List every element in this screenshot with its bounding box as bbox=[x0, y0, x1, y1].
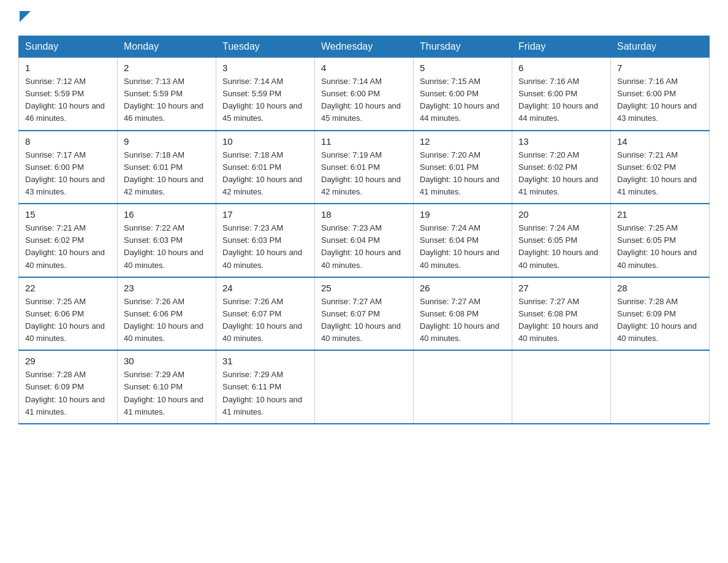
table-row bbox=[611, 350, 710, 424]
day-number: 8 bbox=[25, 136, 111, 147]
col-wednesday: Wednesday bbox=[315, 36, 414, 58]
day-info: Sunrise: 7:22 AMSunset: 6:03 PMDaylight:… bbox=[124, 222, 210, 272]
table-row: 7 Sunrise: 7:16 AMSunset: 6:00 PMDayligh… bbox=[611, 58, 710, 131]
col-friday: Friday bbox=[512, 36, 611, 58]
table-row: 25 Sunrise: 7:27 AMSunset: 6:07 PMDaylig… bbox=[315, 277, 414, 351]
day-number: 16 bbox=[124, 209, 210, 220]
day-info: Sunrise: 7:20 AMSunset: 6:02 PMDaylight:… bbox=[518, 149, 604, 199]
day-number: 4 bbox=[321, 63, 407, 73]
col-sunday: Sunday bbox=[19, 36, 118, 58]
page-header bbox=[18, 12, 710, 25]
day-info: Sunrise: 7:24 AMSunset: 6:04 PMDaylight:… bbox=[420, 222, 506, 272]
table-row: 1 Sunrise: 7:12 AMSunset: 5:59 PMDayligh… bbox=[19, 58, 118, 131]
calendar-table: Sunday Monday Tuesday Wednesday Thursday… bbox=[18, 36, 710, 424]
table-row: 29 Sunrise: 7:28 AMSunset: 6:09 PMDaylig… bbox=[19, 350, 118, 424]
day-number: 24 bbox=[222, 283, 308, 293]
day-info: Sunrise: 7:28 AMSunset: 6:09 PMDaylight:… bbox=[617, 296, 703, 345]
day-number: 9 bbox=[124, 136, 210, 147]
day-number: 20 bbox=[518, 209, 604, 220]
day-number: 15 bbox=[25, 209, 111, 220]
day-number: 22 bbox=[25, 283, 111, 293]
day-info: Sunrise: 7:26 AMSunset: 6:06 PMDaylight:… bbox=[124, 296, 210, 345]
table-row: 19 Sunrise: 7:24 AMSunset: 6:04 PMDaylig… bbox=[414, 204, 512, 277]
calendar-week-row: 22 Sunrise: 7:25 AMSunset: 6:06 PMDaylig… bbox=[19, 277, 710, 351]
day-number: 31 bbox=[222, 356, 308, 366]
day-number: 26 bbox=[420, 283, 506, 293]
table-row: 11 Sunrise: 7:19 AMSunset: 6:01 PMDaylig… bbox=[315, 131, 414, 204]
col-saturday: Saturday bbox=[611, 36, 710, 58]
table-row: 3 Sunrise: 7:14 AMSunset: 5:59 PMDayligh… bbox=[216, 58, 315, 131]
day-number: 14 bbox=[617, 136, 703, 147]
day-info: Sunrise: 7:13 AMSunset: 5:59 PMDaylight:… bbox=[124, 75, 210, 125]
svg-marker-0 bbox=[20, 11, 31, 22]
table-row bbox=[315, 350, 414, 424]
calendar-header-row: Sunday Monday Tuesday Wednesday Thursday… bbox=[19, 36, 710, 58]
day-info: Sunrise: 7:29 AMSunset: 6:11 PMDaylight:… bbox=[222, 369, 308, 418]
day-number: 10 bbox=[222, 136, 308, 147]
logo-triangle-icon bbox=[20, 11, 33, 25]
table-row: 20 Sunrise: 7:24 AMSunset: 6:05 PMDaylig… bbox=[512, 204, 611, 277]
table-row: 2 Sunrise: 7:13 AMSunset: 5:59 PMDayligh… bbox=[118, 58, 216, 131]
table-row: 23 Sunrise: 7:26 AMSunset: 6:06 PMDaylig… bbox=[118, 277, 216, 351]
day-number: 7 bbox=[617, 63, 703, 73]
table-row: 30 Sunrise: 7:29 AMSunset: 6:10 PMDaylig… bbox=[118, 350, 216, 424]
day-number: 5 bbox=[420, 63, 506, 73]
calendar-week-row: 1 Sunrise: 7:12 AMSunset: 5:59 PMDayligh… bbox=[19, 58, 710, 131]
day-number: 25 bbox=[321, 283, 407, 293]
day-info: Sunrise: 7:12 AMSunset: 5:59 PMDaylight:… bbox=[25, 75, 111, 125]
day-info: Sunrise: 7:17 AMSunset: 6:00 PMDaylight:… bbox=[25, 149, 111, 199]
table-row: 12 Sunrise: 7:20 AMSunset: 6:01 PMDaylig… bbox=[414, 131, 512, 204]
day-number: 29 bbox=[25, 356, 111, 366]
col-monday: Monday bbox=[118, 36, 216, 58]
table-row: 31 Sunrise: 7:29 AMSunset: 6:11 PMDaylig… bbox=[216, 350, 315, 424]
day-info: Sunrise: 7:27 AMSunset: 6:08 PMDaylight:… bbox=[518, 296, 604, 345]
day-info: Sunrise: 7:25 AMSunset: 6:06 PMDaylight:… bbox=[25, 296, 111, 345]
table-row: 22 Sunrise: 7:25 AMSunset: 6:06 PMDaylig… bbox=[19, 277, 118, 351]
day-info: Sunrise: 7:18 AMSunset: 6:01 PMDaylight:… bbox=[222, 149, 308, 199]
day-number: 19 bbox=[420, 209, 506, 220]
day-info: Sunrise: 7:29 AMSunset: 6:10 PMDaylight:… bbox=[124, 369, 210, 418]
table-row: 10 Sunrise: 7:18 AMSunset: 6:01 PMDaylig… bbox=[216, 131, 315, 204]
day-info: Sunrise: 7:20 AMSunset: 6:01 PMDaylight:… bbox=[420, 149, 506, 199]
day-info: Sunrise: 7:27 AMSunset: 6:07 PMDaylight:… bbox=[321, 296, 407, 345]
table-row: 28 Sunrise: 7:28 AMSunset: 6:09 PMDaylig… bbox=[611, 277, 710, 351]
day-number: 6 bbox=[518, 63, 604, 73]
calendar-week-row: 15 Sunrise: 7:21 AMSunset: 6:02 PMDaylig… bbox=[19, 204, 710, 277]
day-info: Sunrise: 7:27 AMSunset: 6:08 PMDaylight:… bbox=[420, 296, 506, 345]
day-info: Sunrise: 7:16 AMSunset: 6:00 PMDaylight:… bbox=[518, 75, 604, 125]
day-info: Sunrise: 7:19 AMSunset: 6:01 PMDaylight:… bbox=[321, 149, 407, 199]
day-number: 23 bbox=[124, 283, 210, 293]
table-row: 24 Sunrise: 7:26 AMSunset: 6:07 PMDaylig… bbox=[216, 277, 315, 351]
table-row: 8 Sunrise: 7:17 AMSunset: 6:00 PMDayligh… bbox=[19, 131, 118, 204]
calendar-week-row: 29 Sunrise: 7:28 AMSunset: 6:09 PMDaylig… bbox=[19, 350, 710, 424]
col-tuesday: Tuesday bbox=[216, 36, 315, 58]
day-info: Sunrise: 7:23 AMSunset: 6:04 PMDaylight:… bbox=[321, 222, 407, 272]
day-number: 30 bbox=[124, 356, 210, 366]
table-row: 4 Sunrise: 7:14 AMSunset: 6:00 PMDayligh… bbox=[315, 58, 414, 131]
day-number: 28 bbox=[617, 283, 703, 293]
table-row: 9 Sunrise: 7:18 AMSunset: 6:01 PMDayligh… bbox=[118, 131, 216, 204]
day-info: Sunrise: 7:16 AMSunset: 6:00 PMDaylight:… bbox=[617, 75, 703, 125]
day-info: Sunrise: 7:18 AMSunset: 6:01 PMDaylight:… bbox=[124, 149, 210, 199]
col-thursday: Thursday bbox=[414, 36, 512, 58]
day-number: 2 bbox=[124, 63, 210, 73]
day-info: Sunrise: 7:14 AMSunset: 5:59 PMDaylight:… bbox=[222, 75, 308, 125]
day-number: 12 bbox=[420, 136, 506, 147]
day-info: Sunrise: 7:25 AMSunset: 6:05 PMDaylight:… bbox=[617, 222, 703, 272]
day-info: Sunrise: 7:23 AMSunset: 6:03 PMDaylight:… bbox=[222, 222, 308, 272]
calendar-week-row: 8 Sunrise: 7:17 AMSunset: 6:00 PMDayligh… bbox=[19, 131, 710, 204]
table-row: 26 Sunrise: 7:27 AMSunset: 6:08 PMDaylig… bbox=[414, 277, 512, 351]
day-number: 18 bbox=[321, 209, 407, 220]
table-row: 17 Sunrise: 7:23 AMSunset: 6:03 PMDaylig… bbox=[216, 204, 315, 277]
day-number: 21 bbox=[617, 209, 703, 220]
day-info: Sunrise: 7:15 AMSunset: 6:00 PMDaylight:… bbox=[420, 75, 506, 125]
logo bbox=[18, 12, 33, 25]
day-info: Sunrise: 7:14 AMSunset: 6:00 PMDaylight:… bbox=[321, 75, 407, 125]
day-number: 13 bbox=[518, 136, 604, 147]
table-row: 6 Sunrise: 7:16 AMSunset: 6:00 PMDayligh… bbox=[512, 58, 611, 131]
table-row: 5 Sunrise: 7:15 AMSunset: 6:00 PMDayligh… bbox=[414, 58, 512, 131]
table-row bbox=[512, 350, 611, 424]
day-info: Sunrise: 7:21 AMSunset: 6:02 PMDaylight:… bbox=[25, 222, 111, 272]
day-info: Sunrise: 7:26 AMSunset: 6:07 PMDaylight:… bbox=[222, 296, 308, 345]
day-number: 17 bbox=[222, 209, 308, 220]
